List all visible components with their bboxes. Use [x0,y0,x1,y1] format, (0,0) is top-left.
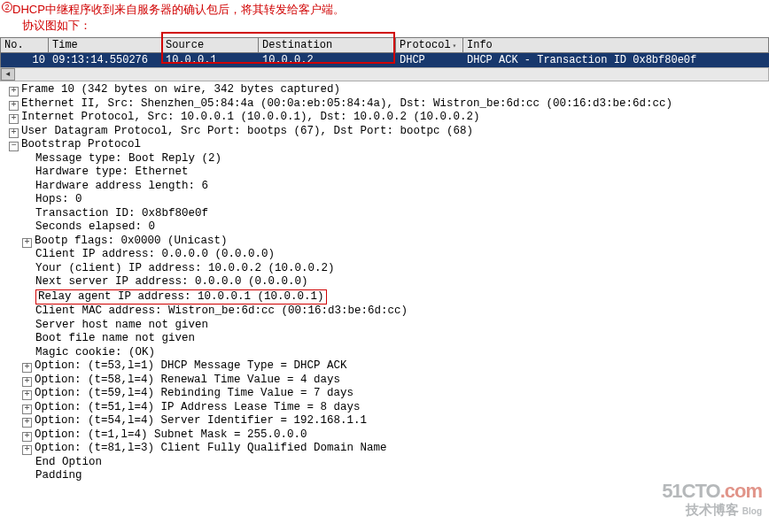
field-option-51[interactable]: +Option: (t=51,l=4) IP Address Lease Tim… [0,401,769,415]
expand-icon[interactable]: + [22,445,32,455]
expand-icon[interactable]: + [22,363,32,373]
annotation-text: 2 DHCP中继程序收到来自服务器的确认包后，将其转发给客户端。 协议图如下： [0,0,769,34]
field-boot-file[interactable]: Boot file name not given [0,332,769,346]
expand-icon[interactable]: + [22,377,32,387]
field-client-mac[interactable]: Client MAC address: Wistron_be:6d:cc (00… [0,305,769,319]
field-seconds[interactable]: Seconds elapsed: 0 [0,220,769,235]
tree-udp[interactable]: +User Datagram Protocol, Src Port: bootp… [0,125,769,139]
sort-arrow-icon: ▾ [453,42,457,50]
collapse-icon[interactable]: − [9,142,19,151]
col-protocol[interactable]: Protocol▾ [396,38,463,52]
field-next-server-ip[interactable]: Next server IP address: 0.0.0.0 (0.0.0.0… [0,275,769,289]
cell-source: 10.0.0.1 [162,53,259,67]
cell-protocol: DHCP [396,53,463,67]
expand-icon[interactable]: + [22,432,32,442]
watermark: 51CTO.com 技术博客Blog [662,482,762,516]
field-your-ip[interactable]: Your (client) IP address: 10.0.0.2 (10.0… [0,262,769,276]
field-end-option[interactable]: End Option [0,456,769,470]
scroll-left-icon[interactable]: ◄ [1,68,15,81]
field-bootp-flags[interactable]: +Bootp flags: 0x0000 (Unicast) [0,235,769,249]
field-option-59[interactable]: +Option: (t=59,l=4) Rebinding Time Value… [0,387,769,401]
expand-icon[interactable]: + [9,128,19,138]
expand-icon[interactable]: + [22,238,32,248]
field-client-ip[interactable]: Client IP address: 0.0.0.0 (0.0.0.0) [0,248,769,262]
col-info[interactable]: Info [463,38,769,52]
expand-icon[interactable]: + [22,418,32,428]
field-magic-cookie[interactable]: Magic cookie: (OK) [0,346,769,360]
col-time[interactable]: Time [49,38,162,52]
field-option-53[interactable]: +Option: (t=53,l=1) DHCP Message Type = … [0,359,769,374]
horizontal-scrollbar[interactable]: ◄ [0,67,769,81]
tree-frame[interactable]: +Frame 10 (342 bytes on wire, 342 bytes … [0,83,769,97]
tree-ip[interactable]: +Internet Protocol, Src: 10.0.0.1 (10.0.… [0,111,769,125]
cell-time: 09:13:14.550276 [49,53,162,67]
expand-icon[interactable]: + [22,405,32,414]
packet-details-pane: +Frame 10 (342 bytes on wire, 342 bytes … [0,83,769,490]
expand-icon[interactable]: + [9,87,19,96]
field-padding[interactable]: Padding [0,469,769,483]
col-source[interactable]: Source [162,38,259,52]
expand-icon[interactable]: + [9,101,19,111]
packet-row-selected[interactable]: 10 09:13:14.550276 10.0.0.1 10.0.0.2 DHC… [0,53,769,67]
expand-icon[interactable]: + [22,390,32,400]
cell-info: DHCP ACK - Transaction ID 0x8bf80e0f [463,53,769,67]
field-option-58[interactable]: +Option: (t=58,l=4) Renewal Time Value =… [0,374,769,388]
field-option-81[interactable]: +Option: (t=81,l=3) Client Fully Qualifi… [0,442,769,456]
cell-destination: 10.0.0.2 [259,53,396,67]
field-relay-agent-ip[interactable]: Relay agent IP address: 10.0.0.1 (10.0.0… [0,289,769,305]
field-hw-addr-len[interactable]: Hardware address length: 6 [0,180,769,194]
field-option-1[interactable]: +Option: (t=1,l=4) Subnet Mask = 255.0.0… [0,428,769,443]
expand-icon[interactable]: + [9,114,19,124]
field-hops[interactable]: Hops: 0 [0,193,769,207]
field-message-type[interactable]: Message type: Boot Reply (2) [0,152,769,166]
field-transaction-id[interactable]: Transaction ID: 0x8bf80e0f [0,207,769,221]
field-hardware-type[interactable]: Hardware type: Ethernet [0,166,769,180]
col-no[interactable]: No. [1,38,49,52]
packet-list-header: No. Time Source Destination Protocol▾ In… [0,37,769,53]
cell-no: 10 [1,53,49,67]
field-server-host[interactable]: Server host name not given [0,319,769,333]
annotation-line2: 协议图如下： [22,19,91,32]
tree-bootstrap[interactable]: −Bootstrap Protocol [0,138,769,152]
annotation-line1: DHCP中继程序收到来自服务器的确认包后，将其转发给客户端。 [12,3,345,16]
field-option-54[interactable]: +Option: (t=54,l=4) Server Identifier = … [0,414,769,428]
tree-ethernet[interactable]: +Ethernet II, Src: Shenzhen_05:84:4a (00… [0,97,769,112]
annotation-bullet: 2 [2,2,12,12]
col-destination[interactable]: Destination [259,38,396,52]
highlight-box-relay: Relay agent IP address: 10.0.0.1 (10.0.0… [35,289,327,305]
